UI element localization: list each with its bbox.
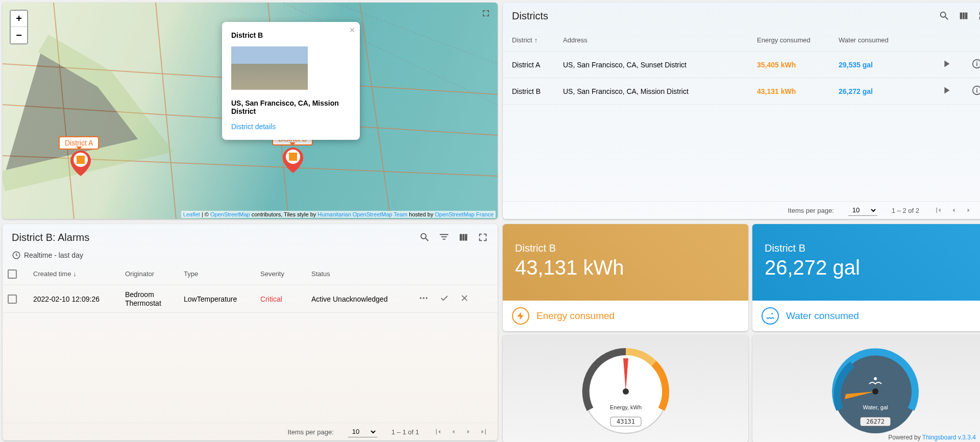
- alarms-widget: District B: Alarms Realtime - last day C…: [3, 224, 498, 440]
- more-icon[interactable]: [419, 293, 429, 303]
- svg-point-13: [623, 388, 629, 395]
- svg-rect-3: [289, 153, 297, 161]
- clear-icon[interactable]: [459, 293, 470, 303]
- cell-water: 26,272 gal: [839, 87, 941, 95]
- energy-value: 43,131 kWh: [515, 256, 736, 279]
- columns-icon[interactable]: [458, 232, 469, 243]
- districts-paginator: Items per page: 10 1 – 2 of 2: [503, 201, 980, 219]
- close-icon[interactable]: ×: [349, 25, 355, 36]
- search-icon[interactable]: [939, 10, 950, 21]
- page-range: 1 – 2 of 2: [892, 207, 919, 214]
- cell-originator: Bedroom Thermostat: [125, 290, 184, 308]
- col-created[interactable]: Created time ↓: [33, 270, 125, 278]
- energy-gauge-card: Energy, kWh 43131: [503, 335, 748, 442]
- leaflet-link[interactable]: Leaflet: [183, 211, 200, 217]
- cell-type: LowTemperature: [184, 295, 260, 303]
- consumption-panel: District B 43,131 kWh Energy consumed Di…: [503, 224, 980, 440]
- cell-name: District A: [512, 61, 563, 69]
- prev-page-icon[interactable]: [949, 206, 958, 215]
- energy-label: Energy consumed: [536, 310, 615, 322]
- svg-text:Water, gal: Water, gal: [863, 404, 888, 410]
- items-per-page-label: Items per page:: [788, 207, 834, 214]
- play-icon[interactable]: [941, 58, 952, 69]
- svg-point-10: [771, 313, 773, 314]
- svg-point-5: [973, 86, 980, 95]
- first-page-icon[interactable]: [934, 206, 943, 215]
- districts-title: Districts: [512, 10, 939, 22]
- marker-district-a[interactable]: [70, 151, 91, 176]
- clock-icon: [12, 251, 21, 260]
- select-all-checkbox[interactable]: [8, 269, 17, 279]
- fullscreen-icon[interactable]: [977, 10, 980, 21]
- page-size-select[interactable]: 10: [848, 205, 877, 216]
- water-consumed-card: District B 26,272 gal Water consumed: [752, 224, 980, 331]
- first-page-icon[interactable]: [433, 427, 443, 436]
- table-row[interactable]: District B US, San Francisco, CA, Missio…: [503, 78, 980, 105]
- water-gauge-card: Water, gal 26272: [752, 335, 980, 442]
- cell-severity: Critical: [260, 295, 311, 303]
- cell-address: US, San Francisco, CA, Sunset District: [563, 61, 757, 69]
- svg-text:Energy, kWh: Energy, kWh: [609, 404, 641, 410]
- cell-created: 2022-02-10 12:09:26: [33, 295, 125, 303]
- map-popup: × District B US, San Francisco, CA, Miss…: [222, 22, 360, 140]
- svg-point-9: [426, 297, 427, 299]
- next-page-icon[interactable]: [964, 206, 973, 215]
- water-value: 26,272 gal: [765, 256, 980, 279]
- alarm-row[interactable]: 2022-02-10 12:09:26 Bedroom Thermostat L…: [3, 285, 498, 313]
- districts-table: District↑ Address Energy consumed Water …: [503, 29, 980, 105]
- cell-status: Active Unacknowledged: [311, 295, 419, 303]
- map-attribution: Leaflet | © OpenStreetMap contributors, …: [181, 211, 496, 218]
- osmfr-link[interactable]: OpenStreetMap France: [435, 211, 494, 217]
- next-page-icon[interactable]: [464, 427, 473, 436]
- sort-desc-icon: ↓: [73, 270, 77, 278]
- svg-rect-1: [77, 156, 85, 164]
- popup-image: [231, 46, 308, 90]
- col-water[interactable]: Water consumed: [839, 36, 941, 44]
- play-icon[interactable]: [941, 85, 952, 96]
- col-type[interactable]: Type: [184, 270, 260, 278]
- bolt-icon: [512, 307, 529, 325]
- info-icon[interactable]: [971, 58, 980, 69]
- marker-label-a[interactable]: District A: [59, 136, 99, 150]
- cell-water: 29,535 gal: [839, 61, 941, 69]
- osm-link[interactable]: OpenStreetMap: [210, 211, 250, 217]
- fullscreen-icon[interactable]: [477, 232, 488, 243]
- map-zoom-control: + −: [10, 10, 28, 44]
- col-severity[interactable]: Severity: [260, 270, 311, 278]
- prev-page-icon[interactable]: [449, 427, 458, 436]
- svg-point-19: [872, 388, 878, 395]
- alarms-title: District B: Alarms: [12, 232, 419, 243]
- col-address[interactable]: Address: [563, 36, 757, 44]
- col-energy[interactable]: Energy consumed: [757, 36, 839, 44]
- marker-district-b[interactable]: [282, 148, 304, 173]
- filter-icon[interactable]: [438, 232, 450, 243]
- col-originator[interactable]: Originator: [125, 270, 184, 278]
- cell-address: US, San Francisco, CA, Mission District: [563, 87, 757, 95]
- svg-point-8: [423, 297, 424, 299]
- col-district[interactable]: District↑: [512, 36, 563, 44]
- zoom-out-button[interactable]: −: [11, 27, 27, 43]
- hot-link[interactable]: Humanitarian OpenStreetMap Team: [317, 211, 407, 217]
- alarms-subtitle: Realtime - last day: [24, 251, 83, 259]
- row-checkbox[interactable]: [8, 294, 17, 304]
- energy-consumed-card: District B 43,131 kWh Energy consumed: [503, 224, 748, 331]
- search-icon[interactable]: [419, 232, 430, 243]
- table-row[interactable]: District A US, San Francisco, CA, Sunset…: [503, 52, 980, 78]
- sort-asc-icon: ↑: [534, 36, 538, 44]
- cell-name: District B: [512, 87, 563, 95]
- water-label: Water consumed: [786, 310, 859, 322]
- ack-icon[interactable]: [439, 293, 449, 303]
- page-size-select[interactable]: 10: [348, 426, 377, 437]
- thingsboard-link[interactable]: Thingsboard v.3.3.4: [922, 434, 976, 441]
- map-widget: + − District A District B × District B U…: [3, 3, 498, 219]
- water-district: District B: [765, 242, 980, 254]
- col-status[interactable]: Status: [311, 270, 419, 278]
- fullscreen-icon[interactable]: [481, 9, 491, 18]
- columns-icon[interactable]: [958, 10, 969, 21]
- info-icon[interactable]: [971, 85, 980, 96]
- districts-widget: Districts District↑ Address Energy consu…: [503, 3, 980, 219]
- popup-title: District B: [231, 31, 351, 39]
- district-details-link[interactable]: District details: [231, 122, 351, 131]
- last-page-icon[interactable]: [479, 427, 488, 436]
- zoom-in-button[interactable]: +: [11, 11, 27, 27]
